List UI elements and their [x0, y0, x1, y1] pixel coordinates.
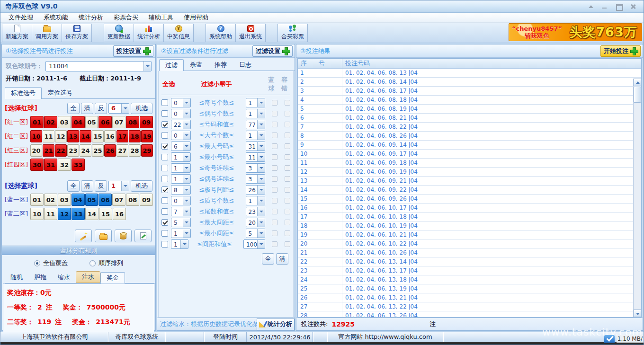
menu-item[interactable]: 彩票合买 [109, 13, 143, 22]
ball-32[interactable]: 32 [58, 159, 71, 171]
ball-02[interactable]: 02 [44, 194, 57, 206]
ball-07[interactable]: 07 [112, 194, 125, 206]
max-spinner[interactable]: 3 [246, 174, 266, 184]
tab-标准选号[interactable]: 标准选号 [5, 87, 42, 99]
ball-26[interactable]: 26 [104, 144, 116, 157]
filter-all-button[interactable]: 全 [262, 253, 274, 265]
min-spinner[interactable]: 0 [171, 196, 191, 205]
toolbar-button-prize-coin[interactable]: 中奖信息 [163, 24, 194, 42]
table-row[interactable]: 801, 02, 04, 06, 08, 26 |04 [298, 132, 641, 141]
max-spinner[interactable]: 20 [246, 218, 266, 227]
table-row[interactable]: 1501, 02, 04, 06, 09, 26 |04 [298, 195, 641, 203]
chevron-down-icon[interactable] [180, 240, 188, 248]
table-row[interactable]: 2301, 02, 04, 06, 13, 17 |04 [298, 266, 641, 275]
magic-wand-button[interactable] [75, 230, 92, 242]
ball-27[interactable]: 27 [116, 144, 128, 157]
filter-checkbox[interactable] [161, 143, 168, 150]
pin-up-icon[interactable] [587, 3, 594, 10]
tab-胆拖[interactable]: 胆拖 [28, 272, 52, 283]
ball-16[interactable]: 16 [104, 130, 116, 142]
ball-04[interactable]: 04 [72, 116, 85, 128]
min-spinner[interactable]: 0 [171, 131, 191, 140]
ball-08[interactable]: 08 [126, 194, 139, 206]
table-row[interactable]: 2501, 02, 04, 06, 13, 19 |04 [298, 284, 641, 293]
tab-注水[interactable]: 注水 [76, 271, 100, 283]
max-spinner[interactable]: 77 [246, 120, 266, 129]
tab-奖金[interactable]: 奖金 [100, 272, 125, 283]
ball-03[interactable]: 03 [58, 194, 71, 206]
edit-note-button[interactable] [134, 230, 152, 242]
menu-item[interactable]: 辅助工具 [144, 13, 178, 22]
table-row[interactable]: 1301, 02, 04, 06, 09, 21 |04 [298, 177, 641, 186]
ball-01[interactable]: 01 [30, 116, 44, 128]
ball-10[interactable]: 10 [30, 208, 44, 220]
chevron-down-icon[interactable] [183, 196, 190, 205]
vertical-scrollbar[interactable] [633, 79, 641, 317]
min-spinner[interactable]: 0 [171, 98, 191, 107]
chevron-down-icon[interactable] [183, 142, 190, 150]
ball-25[interactable]: 25 [92, 144, 104, 157]
close-icon[interactable] [629, 3, 637, 10]
table-row[interactable]: 2101, 02, 04, 06, 10, 26 |04 [298, 248, 641, 257]
filter-checkbox[interactable] [161, 197, 168, 204]
table-row[interactable]: 1601, 02, 04, 06, 10, 17 |04 [298, 203, 641, 212]
min-spinner[interactable]: 1 [171, 239, 188, 249]
table-row[interactable]: 301, 02, 04, 06, 08, 17 |04 [298, 87, 641, 96]
blue-invert-button[interactable]: 反 [95, 180, 107, 192]
toolbar-button-group-buy[interactable]: 合买彩票 [277, 24, 308, 42]
filter-settings-button[interactable]: 过滤设置 [252, 45, 293, 57]
chevron-down-icon[interactable] [257, 186, 265, 194]
tab-推荐[interactable]: 推荐 [208, 59, 233, 71]
filter-clear-button[interactable]: 清 [276, 253, 288, 265]
red-count-spinner[interactable]: 6 [108, 103, 129, 114]
max-spinner[interactable]: 5 [246, 229, 266, 238]
chevron-down-icon[interactable] [257, 207, 265, 216]
table-row[interactable]: 901, 02, 04, 06, 09, 14 |04 [298, 141, 641, 150]
ball-22[interactable]: 22 [55, 144, 67, 157]
filter-checkbox[interactable] [161, 241, 168, 248]
ball-17[interactable]: 17 [116, 130, 128, 142]
min-spinner[interactable]: 1 [171, 152, 191, 162]
table-row[interactable]: 2001, 02, 04, 06, 10, 22 |04 [298, 239, 641, 248]
chevron-down-icon[interactable] [183, 186, 190, 194]
stats-analysis-button[interactable]: 统计分析 [257, 318, 295, 330]
chevron-down-icon[interactable] [121, 181, 129, 191]
ball-07[interactable]: 07 [112, 116, 125, 128]
max-spinner[interactable]: 1 [246, 196, 266, 205]
min-spinner[interactable]: 8 [171, 185, 191, 195]
table-row[interactable]: 1101, 02, 04, 06, 09, 18 |04 [298, 159, 641, 168]
min-spinner[interactable]: 22 [171, 120, 191, 129]
table-row[interactable]: 2201, 02, 04, 06, 13, 14 |04 [298, 257, 641, 266]
ball-20[interactable]: 20 [30, 144, 42, 157]
chevron-down-icon[interactable] [183, 164, 190, 172]
blue-count-spinner[interactable]: 1 [108, 181, 129, 191]
red-clear-button[interactable]: 清 [81, 103, 93, 114]
ball-09[interactable]: 09 [140, 116, 153, 128]
filter-checkbox[interactable] [161, 99, 168, 106]
filter-checkbox[interactable] [161, 110, 168, 117]
tab-缩水[interactable]: 缩水 [52, 272, 76, 283]
min-spinner[interactable]: 1 [171, 229, 191, 238]
table-row[interactable]: 501, 02, 04, 06, 08, 19 |04 [298, 105, 641, 114]
chevron-down-icon[interactable] [183, 109, 190, 118]
ball-33[interactable]: 33 [72, 159, 85, 171]
issue-combobox[interactable]: 11004 [45, 61, 152, 71]
tab-随机[interactable]: 随机 [5, 272, 28, 283]
ball-11[interactable]: 11 [43, 130, 54, 142]
table-row[interactable]: 1401, 02, 04, 06, 09, 22 |04 [298, 186, 641, 195]
promo-banner[interactable]: “chenyu8457” 斩获双色 头奖763万 [509, 23, 642, 41]
blue-clear-button[interactable]: 清 [81, 180, 93, 192]
tab-杀蓝[interactable]: 杀蓝 [184, 59, 208, 71]
chevron-down-icon[interactable] [257, 109, 265, 118]
tab-定位选号[interactable]: 定位选号 [42, 87, 79, 98]
filter-checkbox[interactable] [161, 230, 168, 237]
toolbar-button-new-doc[interactable]: 新建方案 [2, 24, 32, 42]
ball-21[interactable]: 21 [43, 144, 54, 157]
ball-06[interactable]: 06 [98, 194, 112, 206]
max-spinner[interactable]: 11 [246, 152, 266, 162]
ball-04[interactable]: 04 [72, 194, 85, 206]
table-row[interactable]: 401, 02, 04, 06, 08, 18 |04 [298, 96, 641, 105]
ball-24[interactable]: 24 [80, 144, 91, 157]
max-spinner[interactable]: 26 [246, 185, 266, 195]
ball-18[interactable]: 18 [129, 130, 141, 142]
